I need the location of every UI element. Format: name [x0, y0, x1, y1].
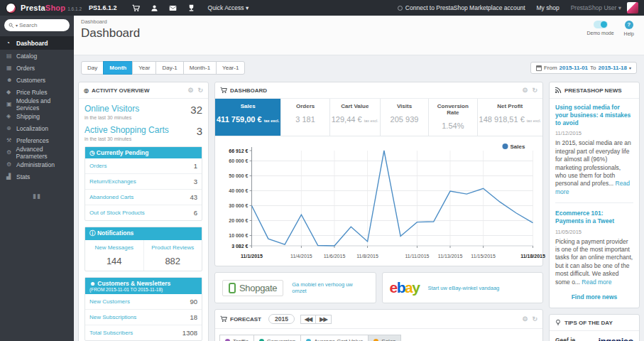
svg-text:11/18/2015: 11/18/2015 — [520, 254, 545, 259]
refresh-icon[interactable]: ↻ — [532, 87, 537, 94]
my-shop-link[interactable]: My shop — [537, 4, 560, 11]
kpi-orders[interactable]: Orders3 181 — [281, 99, 329, 136]
sidebar-item-stats[interactable]: ▟Stats — [0, 170, 74, 183]
shopgate-logo-text: Shopgate — [239, 283, 277, 293]
news-article: Using social media for your business: 4 … — [555, 104, 633, 196]
gear-icon[interactable]: ⚙ — [522, 315, 528, 323]
range-day-1-button[interactable]: Day-1 — [155, 61, 183, 75]
messages-icon[interactable] — [164, 4, 182, 11]
trophy-icon[interactable] — [182, 4, 201, 11]
out-of-stock-link[interactable]: Out of Stock Products — [89, 210, 145, 216]
sidebar-item-administration[interactable]: ⚙Administration — [0, 158, 74, 170]
stats-icon: ▟ — [6, 173, 16, 180]
gear-icon[interactable]: ⚙ — [187, 87, 193, 94]
forecast-toggles: Traffic Conversion Average Cart Value Sa… — [215, 329, 542, 341]
pending-orders-link[interactable]: Orders — [89, 163, 107, 169]
toggle-conversion[interactable]: Conversion — [253, 335, 301, 341]
sidebar-item-price-rules[interactable]: ◆Price Rules — [0, 86, 74, 98]
sidebar-item-label: Localization — [16, 125, 48, 132]
shopgate-link[interactable]: Ga mobiel en verhoog uw omzet — [292, 281, 368, 294]
toggle-traffic[interactable]: Traffic — [219, 335, 254, 341]
toggle-sales[interactable]: Sales — [368, 335, 401, 341]
demo-mode-toggle[interactable]: Demo mode — [586, 21, 613, 36]
refresh-icon[interactable]: ↻ — [532, 315, 537, 323]
breadcrumb[interactable]: Dashboard — [81, 18, 637, 25]
sidebar-collapse-icon[interactable]: ▮▮ — [0, 193, 74, 200]
sidebar-item-preferences[interactable]: ⚒Preferences — [0, 134, 74, 146]
customers-icon[interactable] — [146, 4, 164, 11]
sidebar-search[interactable]: ▾ — [4, 19, 70, 31]
kpi-conversion-rate[interactable]: Conversion Rate1.54% — [429, 99, 477, 136]
kpi-value: 1.54% — [442, 121, 464, 130]
forecast-year-badge[interactable]: 2015 — [268, 314, 295, 324]
range-year-1-button[interactable]: Year-1 — [216, 61, 245, 75]
new-messages-cell[interactable]: New Messages144 — [85, 240, 143, 271]
toggle-average-cart-value[interactable]: Average Cart Value — [300, 335, 369, 341]
read-more-link[interactable]: Read more — [582, 278, 611, 286]
user-menu[interactable]: PrestaShop User ▾ — [571, 4, 621, 11]
search-input[interactable] — [19, 22, 59, 28]
sidebar-item-catalog[interactable]: ▤Catalog — [0, 50, 74, 62]
range-year-button[interactable]: Year — [132, 61, 156, 75]
product-reviews-cell[interactable]: Product Reviews882 — [143, 240, 202, 271]
refresh-icon[interactable]: ↻ — [197, 87, 203, 94]
sidebar-item-modules[interactable]: ▣Modules and Services — [0, 98, 74, 110]
online-visitors-link[interactable]: Online Visitors — [84, 104, 139, 114]
sidebar-item-label: Price Rules — [16, 89, 47, 96]
range-month-button[interactable]: Month — [103, 61, 133, 75]
shopgate-promo: Shopgate Ga mobiel en verhoog uw omzet — [214, 272, 376, 303]
total-subscribers-link[interactable]: Total Subscribers — [89, 330, 133, 336]
gear-icon[interactable]: ⚙ — [522, 87, 528, 94]
previous-year-button[interactable]: ◀◀ — [300, 315, 316, 324]
svg-text:11/15/2015: 11/15/2015 — [471, 254, 496, 259]
new-subscriptions-link[interactable]: New Subscriptions — [89, 314, 136, 320]
range-day-button[interactable]: Day — [81, 61, 104, 75]
toggle-knob — [601, 21, 607, 28]
advanced-parameters-icon: ⚙ — [6, 149, 16, 156]
sidebar-item-shipping[interactable]: ◈Shipping — [0, 110, 74, 122]
ingenico-logo[interactable]: ingenico Payment services — [588, 337, 633, 341]
active-carts-link[interactable]: Active Shopping Carts — [84, 125, 169, 135]
cart-icon[interactable] — [127, 4, 146, 11]
toggle-icon[interactable] — [594, 21, 608, 28]
search-scope-caret-icon[interactable]: ▾ — [16, 23, 18, 28]
phone-icon — [229, 283, 236, 293]
next-year-button[interactable]: ▶▶ — [315, 315, 331, 324]
sidebar-item-localization[interactable]: ⊕Localization — [0, 122, 74, 134]
range-month-1-button[interactable]: Month-1 — [183, 61, 217, 75]
svg-text:11/13/2015: 11/13/2015 — [438, 254, 463, 259]
new-customers-link[interactable]: New Customers — [89, 298, 130, 305]
kpi-visits[interactable]: Visits205 939 — [381, 99, 429, 136]
abandoned-carts-link[interactable]: Abandoned Carts — [89, 194, 133, 200]
sales-chart[interactable]: 66 912 €60 000 €50 000 €40 000 €30 000 €… — [217, 141, 541, 266]
news-article-title[interactable]: Ecommerce 101: Payments in a Tweet — [555, 210, 633, 225]
ebay-link[interactable]: Start uw eBay-winkel vandaag — [427, 285, 499, 291]
news-article-title[interactable]: Using social media for your business: 4 … — [555, 104, 633, 127]
kpi-net-profit[interactable]: Net Profit148 918,51 € tax excl. — [478, 99, 542, 136]
sidebar-item-orders[interactable]: ▦Orders — [0, 62, 74, 74]
date-range-toolbar: Day Month Year Day-1 Month-1 Year-1 From… — [74, 55, 644, 76]
quick-access-menu[interactable]: Quick Access ▾ — [208, 4, 249, 11]
sidebar-item-customers[interactable]: ☻Customers — [0, 74, 74, 86]
user-avatar[interactable] — [627, 2, 638, 13]
svg-text:66 912 €: 66 912 € — [229, 148, 248, 153]
news-article-excerpt: Picking a payment provider is one of the… — [555, 238, 633, 287]
kpi-value: 205 939 — [391, 115, 419, 124]
kpi-cart-value[interactable]: Cart Value129,44 € tax excl. — [330, 99, 381, 136]
kpi-value: 148 918,51 € — [479, 115, 525, 124]
svg-text:11/4/2015: 11/4/2015 — [290, 254, 312, 259]
dashboard-panel: DASHBOARD ⚙↻ Sales411 759,00 € tax excl.… — [214, 82, 543, 266]
pending-returns-link[interactable]: Return/Exchanges — [89, 178, 136, 185]
marketplace-link[interactable]: Connect to PrestaShop Marketplace accoun… — [398, 4, 525, 11]
out-of-stock-value: 6 — [194, 209, 197, 217]
forecast-panel-header: FORECAST 2015 ◀◀ ▶▶ ⚙↻ — [215, 310, 542, 329]
help-button[interactable]: ? Help — [624, 21, 634, 36]
catalog-icon: ▤ — [6, 53, 16, 59]
lightbulb-icon — [555, 319, 562, 326]
kpi-sales[interactable]: Sales411 759,00 € tax excl. — [215, 99, 281, 136]
find-more-news-link[interactable]: Find more news — [555, 286, 633, 306]
sidebar-item-advanced-parameters[interactable]: ⚙Advanced Parameters — [0, 146, 74, 158]
date-range-picker[interactable]: From 2015-11-01 To 2015-11-18 ▾ — [530, 62, 637, 74]
sidebar-item-dashboard[interactable]: ◔Dashboard — [0, 36, 74, 50]
shop-name[interactable]: PS1.6.1.2 — [89, 4, 117, 11]
